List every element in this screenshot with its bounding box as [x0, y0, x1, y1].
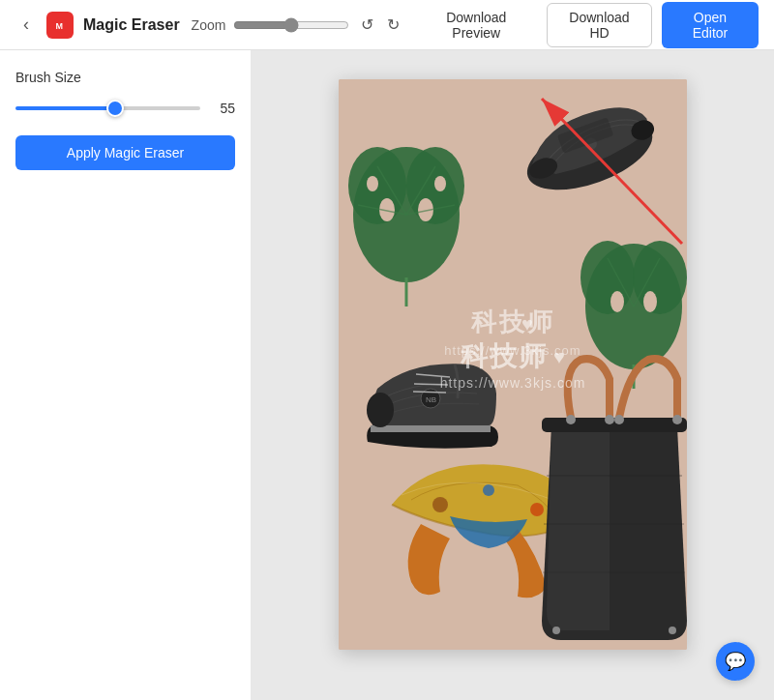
chat-icon: 💬	[725, 651, 746, 672]
svg-point-23	[610, 291, 624, 312]
back-button[interactable]: ‹	[15, 11, 37, 39]
svg-point-41	[672, 415, 682, 424]
brush-value-display: 55	[210, 101, 235, 116]
undo-redo-group: ↺ ↻	[357, 12, 403, 38]
zoom-section: Zoom ↺ ↻	[192, 12, 404, 38]
slider-row: 55	[15, 101, 235, 116]
svg-point-24	[643, 291, 657, 312]
svg-point-28	[367, 393, 394, 427]
scene-svg: NB	[339, 79, 687, 650]
svg-text:https://www.3kjs.com: https://www.3kjs.com	[444, 343, 580, 358]
watermark-text-1: 科技师	[470, 307, 555, 336]
app-icon: M	[46, 12, 74, 39]
redo-button[interactable]: ↻	[383, 12, 403, 38]
svg-text:M: M	[56, 20, 64, 30]
svg-point-40	[614, 415, 624, 424]
svg-point-39	[605, 415, 614, 424]
svg-line-32	[414, 384, 448, 385]
svg-text:NB: NB	[426, 395, 436, 404]
apply-magic-eraser-button[interactable]: Apply Magic Eraser	[15, 135, 235, 170]
svg-point-42	[552, 627, 560, 634]
download-preview-button[interactable]: Download Preview	[415, 4, 537, 46]
download-hd-button[interactable]: Download HD	[547, 3, 652, 47]
zoom-slider[interactable]	[233, 17, 349, 33]
chat-button[interactable]: 💬	[716, 642, 755, 681]
header: ‹ M Magic Eraser Zoom ↺ ↻ Download Previ…	[0, 0, 774, 50]
photo-canvas[interactable]: NB	[339, 79, 687, 650]
svg-point-34	[432, 497, 448, 512]
svg-text:♥: ♥	[521, 313, 533, 335]
header-left: ‹ M Magic Eraser	[15, 11, 180, 39]
header-right: Download Preview Download HD Open Editor	[415, 2, 759, 48]
svg-point-36	[530, 503, 544, 516]
main-layout: Brush Size 55 Apply Magic Eraser	[0, 50, 774, 700]
svg-point-38	[566, 415, 576, 424]
svg-point-8	[367, 176, 378, 191]
sidebar: Brush Size 55 Apply Magic Eraser	[0, 50, 252, 700]
brush-size-slider[interactable]	[15, 106, 200, 110]
zoom-label: Zoom	[192, 17, 226, 33]
svg-rect-37	[542, 418, 687, 432]
svg-point-43	[669, 627, 676, 634]
svg-point-9	[434, 176, 446, 191]
svg-point-22	[633, 241, 687, 314]
svg-point-21	[580, 241, 635, 314]
svg-line-33	[413, 392, 446, 393]
brush-size-label: Brush Size	[15, 70, 235, 85]
canvas-area: NB	[252, 50, 774, 700]
app-title: Magic Eraser	[83, 16, 180, 34]
open-editor-button[interactable]: Open Editor	[662, 2, 759, 48]
undo-button[interactable]: ↺	[357, 12, 377, 38]
svg-point-35	[483, 484, 494, 496]
